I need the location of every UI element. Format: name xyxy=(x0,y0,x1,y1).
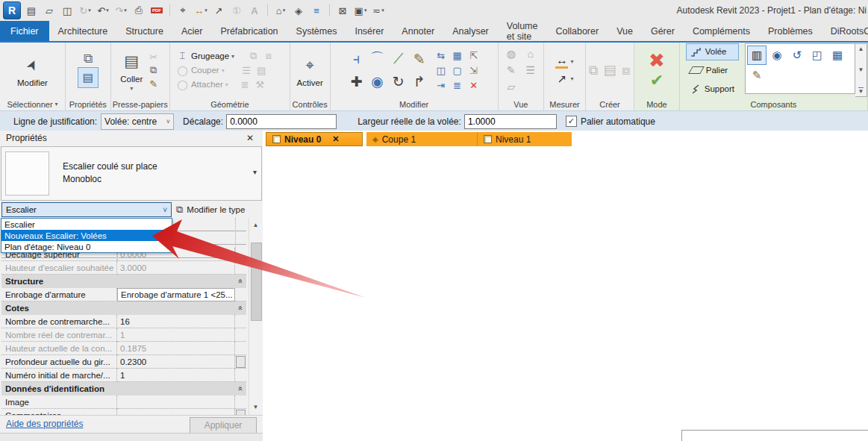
panel-label-geometrie[interactable]: Géométrie xyxy=(170,98,290,110)
thin-lines-icon[interactable]: ≡ xyxy=(309,3,324,18)
palette-scrollbar[interactable]: ▲ ▼ xyxy=(249,218,262,415)
delete-icon[interactable]: ✕ xyxy=(469,80,478,91)
auto-landing-checkbox[interactable]: ✓ xyxy=(566,116,577,127)
align-end-icon[interactable]: ⇥ xyxy=(437,80,445,91)
cancel-edit-mode-button[interactable]: ✖ xyxy=(649,51,665,69)
tab-volume-et-site[interactable]: Volume et site xyxy=(498,21,547,41)
mirror-axis-icon[interactable]: ⇆ xyxy=(437,50,445,61)
scroll-up-icon[interactable]: ▲ xyxy=(249,219,262,231)
tab-fichier[interactable]: Fichier xyxy=(0,21,49,41)
panel-label-mode[interactable]: Mode xyxy=(634,98,679,110)
type-selector-caret-icon[interactable]: ▾ xyxy=(253,168,257,176)
switch-windows-icon[interactable]: ▣▾ xyxy=(353,3,368,18)
tab-collaborer[interactable]: Collaborer xyxy=(546,21,608,41)
revit-logo-icon[interactable]: R xyxy=(3,1,21,19)
property-row[interactable]: Image xyxy=(1,395,246,409)
scroll-down-icon[interactable]: ▼ xyxy=(249,401,262,413)
pin-icon[interactable]: ⇲ xyxy=(469,65,478,76)
tab-acier[interactable]: Acier xyxy=(172,21,211,41)
tab-gerer[interactable]: Gérer xyxy=(642,21,684,41)
apply-button[interactable]: Appliquer xyxy=(190,417,257,434)
run-width-input[interactable] xyxy=(464,114,557,129)
palier-button[interactable]: Palier xyxy=(686,62,739,79)
activer-button[interactable]: ⌖ Activer xyxy=(297,53,323,87)
run-l-winder-icon[interactable]: ◰ xyxy=(808,46,827,65)
tab-prefabrication[interactable]: Préfabrication xyxy=(211,21,287,41)
panel-label-presse-papiers[interactable]: Presse-papiers xyxy=(111,98,169,110)
open-icon[interactable]: ▱ xyxy=(42,3,57,18)
measure-along-element-button[interactable]: ↗ ▾ xyxy=(555,72,573,86)
justification-combo[interactable]: Volée: centre˅ xyxy=(101,113,174,130)
drawing-area[interactable]: Niveau 0 ✕ ◈ Coupe 1 Niveau 1 xyxy=(263,131,868,441)
tab-vue[interactable]: Vue xyxy=(608,21,642,41)
type-properties-icon[interactable]: ⧉ xyxy=(81,53,94,65)
split-element-icon[interactable]: ⟋ xyxy=(393,51,403,67)
toggle-light-icon[interactable]: ◍ xyxy=(507,48,516,60)
export-pdf-icon[interactable]: PDF xyxy=(149,3,164,18)
palette-close-icon[interactable]: ✕ xyxy=(246,133,254,143)
rotate-icon[interactable]: ↻ xyxy=(393,73,405,90)
attacher-button[interactable]: ◯ Attacher▾ ≣ ⚒ xyxy=(176,78,266,92)
view-tab-coupe-1[interactable]: ◈ Coupe 1 xyxy=(366,132,477,146)
hidden-lines-icon[interactable]: ☰ xyxy=(526,64,536,76)
view-box-icon[interactable]: ▱ xyxy=(507,81,515,93)
dropdown-option-selected[interactable]: Nouveaux Escalier: Volées xyxy=(1,230,172,241)
run-spiral-full-icon[interactable]: ◉ xyxy=(767,46,787,65)
create-assembly-icon[interactable]: ▤ xyxy=(604,64,616,76)
tab-architecture[interactable]: Architecture xyxy=(49,21,117,41)
panel-label-vue[interactable]: Vue xyxy=(499,98,543,110)
print-icon[interactable]: ⎙ xyxy=(131,3,146,18)
beam-join-icon[interactable]: ≣ xyxy=(239,78,252,90)
coller-button[interactable]: ▤ Coller ▾ xyxy=(120,49,143,92)
demolish-icon[interactable]: ⚒ xyxy=(254,78,266,90)
view-tab-niveau-1[interactable]: Niveau 1 xyxy=(477,132,572,146)
property-row[interactable]: Enrobage d'armature Enrobage d'armature … xyxy=(1,288,246,301)
palette-header[interactable]: Propriétés xyxy=(0,131,263,146)
element-filter-combo[interactable]: Escalier ˅ xyxy=(1,202,172,217)
trim-corner-icon[interactable]: ↱ xyxy=(413,73,425,90)
gallery-scroll-down-icon[interactable]: ▼ xyxy=(858,66,864,73)
panel-label-creer[interactable]: Créer xyxy=(586,98,634,110)
support-button[interactable]: Support xyxy=(686,81,739,98)
section-icon[interactable]: ◈ xyxy=(291,3,306,18)
volee-button[interactable]: Volée xyxy=(686,43,739,60)
dropdown-option[interactable]: Escalier xyxy=(1,219,172,230)
move-icon[interactable]: ✚ xyxy=(351,73,363,90)
measure-icon[interactable]: ↗ xyxy=(211,3,226,18)
match-properties-icon[interactable]: ✎ xyxy=(147,78,160,90)
array-icon[interactable]: ▦ xyxy=(452,50,461,61)
row-action-button[interactable] xyxy=(236,410,246,416)
modifier-button[interactable]: ➤ Modifier xyxy=(17,53,48,87)
couper-button[interactable]: ◯ Couper▾ ☰ ▤ xyxy=(176,63,268,78)
run-straight-icon[interactable]: ▥ xyxy=(747,46,766,65)
gallery-scrollbar[interactable]: ▲ ▼ ▼ xyxy=(855,43,867,97)
tag-by-category-icon[interactable]: ① xyxy=(229,3,244,18)
type-selector[interactable]: Escalier coulé sur place Monobloc ▾ xyxy=(1,146,262,201)
section-header-structure[interactable]: Structure» xyxy=(1,275,246,288)
tab-analyser[interactable]: Analyser xyxy=(443,21,498,41)
property-row[interactable]: Nombre réel de contremar... 1 xyxy=(1,328,246,342)
create-similar-icon[interactable]: ⧈ xyxy=(620,64,633,76)
grugeage-button[interactable]: ⌶ Grugeage▾ ⧉ ⧈ xyxy=(176,49,275,63)
sync-icon[interactable]: ↻▾ xyxy=(78,3,93,18)
copy-element-icon[interactable]: ◉ xyxy=(371,73,384,90)
close-inactive-windows-icon[interactable]: ⊠ xyxy=(335,3,350,18)
measure-between-refs-button[interactable]: ↔ ▾ xyxy=(555,54,573,69)
unjoin-icon[interactable]: ▤ xyxy=(255,64,268,76)
gallery-scroll-up-icon[interactable]: ▲ xyxy=(858,46,864,52)
section-header-cotes[interactable]: Cotes» xyxy=(1,301,246,315)
aligned-dimension-icon[interactable]: ↔▾ xyxy=(193,3,208,18)
properties-window-icon[interactable]: ▤ xyxy=(24,3,39,18)
render-icon[interactable]: ⌂ xyxy=(528,48,534,60)
section-header-donnees[interactable]: Données d'identification» xyxy=(1,382,246,395)
run-u-winder-icon[interactable]: ▦ xyxy=(828,46,847,65)
close-view-tab-icon[interactable]: ✕ xyxy=(332,134,339,144)
edit-type-button[interactable]: ⧉ Modifier le type xyxy=(176,202,245,217)
gallery-expand-icon[interactable]: ▼ xyxy=(858,87,864,95)
tab-annoter[interactable]: Annoter xyxy=(393,21,443,41)
activate-dimensions-icon[interactable]: ⌖ xyxy=(175,3,190,18)
multi-align-icon[interactable]: ≣ xyxy=(453,80,461,91)
property-row[interactable]: Commentaires xyxy=(1,409,246,415)
unpin-icon[interactable]: ⇱ xyxy=(469,50,478,61)
copy-icon[interactable]: ⧉ xyxy=(147,64,160,76)
